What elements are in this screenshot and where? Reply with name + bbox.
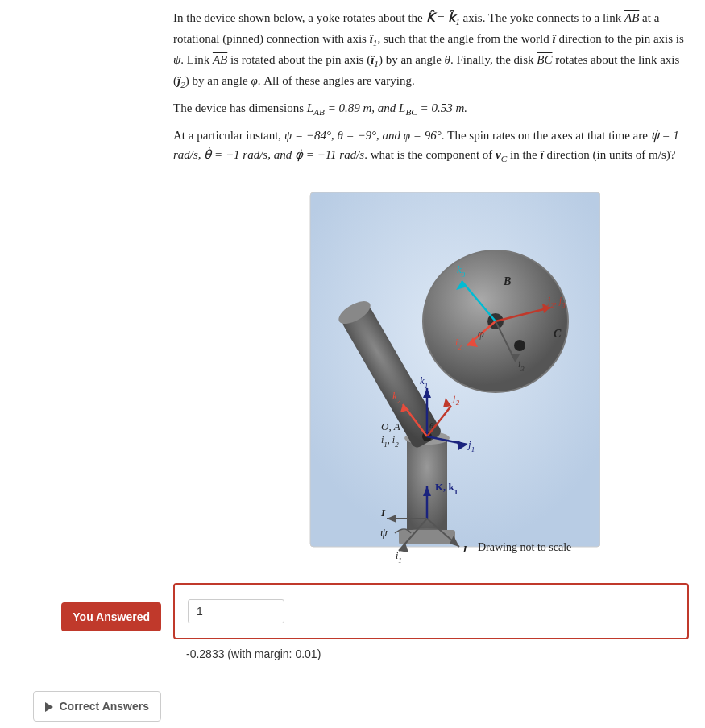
diagram-container: k3 j2, j3 i2 i3 φ B C — [173, 188, 689, 567]
svg-text:I: I — [380, 507, 386, 519]
main-content: In the device shown below, a yoke rotate… — [161, 0, 705, 728]
answer-section — [173, 583, 689, 639]
svg-text:θ: θ — [429, 420, 434, 430]
paragraph1: In the device shown below, a yoke rotate… — [173, 8, 689, 92]
svg-text:B: B — [503, 275, 511, 287]
paragraph3: At a particular instant, ψ = −84°, θ = −… — [173, 126, 689, 166]
svg-text:φ: φ — [478, 328, 484, 340]
svg-text:J: J — [461, 543, 467, 555]
svg-text:C: C — [554, 328, 562, 340]
svg-text:Drawing not to scale: Drawing not to scale — [478, 541, 571, 553]
problem-text: In the device shown below, a yoke rotate… — [173, 8, 689, 172]
arrow-icon — [45, 702, 53, 712]
svg-text:ψ: ψ — [380, 527, 388, 539]
correct-answers-label: Correct Answers — [33, 691, 161, 722]
you-answered-label: You Answered — [61, 602, 161, 631]
left-sidebar: You Answered Correct Answers — [0, 0, 161, 728]
correct-answer-display: -0.2833 (with margin: 0.01) — [173, 639, 689, 668]
user-answer-input[interactable] — [188, 599, 284, 623]
paragraph2: The device has dimensions LAB = 0.89 m, … — [173, 98, 689, 119]
svg-text:O, A: O, A — [381, 420, 400, 432]
svg-point-9 — [514, 340, 525, 351]
svg-text:i1: i1 — [396, 550, 402, 565]
diagram-svg: k3 j2, j3 i2 i3 φ B C — [262, 188, 600, 567]
